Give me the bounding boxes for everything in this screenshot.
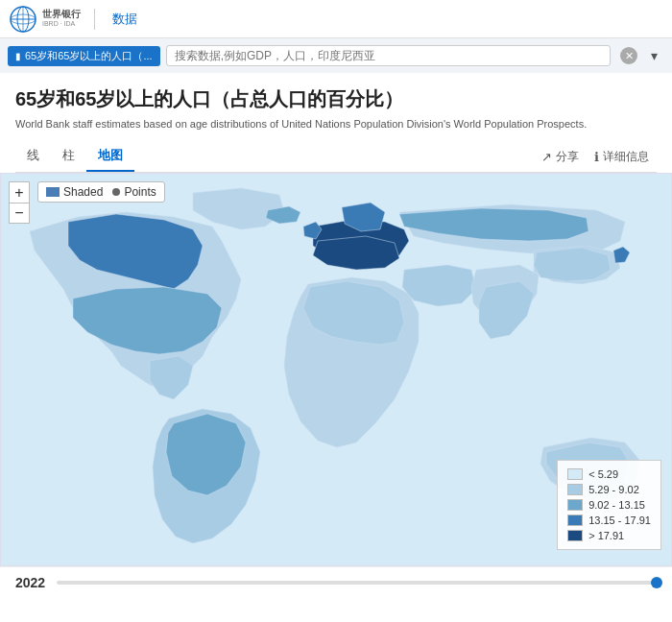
legend-color-5 [567, 530, 583, 541]
tab-bar[interactable]: 柱 [51, 141, 86, 172]
shaded-icon [46, 187, 60, 197]
search-input-area[interactable] [166, 45, 611, 66]
legend-range-3: 9.02 - 13.15 [588, 499, 645, 511]
legend-item-5: > 17.91 [567, 530, 651, 541]
tab-row: 线 柱 地图 ↗ 分享 ℹ 详细信息 [15, 141, 657, 173]
detail-label: 详细信息 [603, 149, 649, 165]
tab-map[interactable]: 地图 [86, 141, 134, 172]
map-view-toggle: Shaded Points [37, 181, 165, 203]
detail-button[interactable]: ℹ 详细信息 [587, 145, 657, 169]
search-input[interactable] [175, 49, 602, 62]
timeline-thumb[interactable] [651, 577, 662, 588]
page-title: 65岁和65岁以上的人口（占总人口的百分比） [15, 86, 657, 111]
legend-color-4 [567, 514, 583, 526]
header: 世界银行 IBRD · IDA 数据 [0, 0, 672, 38]
search-dropdown-arrow[interactable]: ▾ [643, 45, 664, 66]
map-container[interactable]: + − Shaded Points < 5.29 5.29 - 9.02 9.0… [0, 173, 672, 566]
year-label: 2022 [15, 575, 45, 590]
main-content: 65岁和65岁以上的人口（占总人口的百分比） World Bank staff … [0, 73, 672, 173]
legend-range-5: > 17.91 [588, 530, 624, 541]
timeline-slider[interactable] [57, 581, 657, 585]
legend-item-4: 13.15 - 17.91 [567, 514, 651, 526]
legend-range-4: 13.15 - 17.91 [588, 514, 651, 526]
tab-line[interactable]: 线 [15, 141, 51, 172]
points-label: Points [124, 185, 156, 199]
globe-icon [10, 6, 36, 33]
zoom-in-button[interactable]: + [9, 181, 30, 203]
legend-color-1 [567, 468, 583, 480]
search-close-button[interactable]: ✕ [620, 47, 637, 64]
nav-data[interactable]: 数据 [108, 11, 141, 28]
logo-text: 世界银行 IBRD · IDA [42, 9, 81, 28]
search-bar: ▮ 65岁和65岁以上的人口（... ✕ ▾ [0, 38, 672, 73]
logo-area: 世界银行 IBRD · IDA [10, 6, 81, 33]
share-label: 分享 [556, 149, 579, 165]
info-icon: ℹ [594, 150, 599, 164]
legend-item-1: < 5.29 [567, 468, 651, 480]
header-divider [94, 9, 95, 30]
legend-item-2: 5.29 - 9.02 [567, 484, 651, 495]
map-legend: < 5.29 5.29 - 9.02 9.02 - 13.15 13.15 - … [557, 460, 661, 550]
shaded-label: Shaded [63, 185, 103, 199]
bottom-bar: 2022 [0, 566, 672, 598]
page-subtitle: World Bank staff estimates based on age … [15, 117, 657, 132]
bar-chart-icon: ▮ [15, 51, 21, 61]
zoom-out-button[interactable]: − [9, 203, 30, 224]
map-controls: + − [9, 181, 30, 224]
shaded-toggle[interactable]: Shaded [46, 185, 103, 199]
points-dot-icon [112, 188, 120, 196]
legend-item-3: 9.02 - 13.15 [567, 499, 651, 511]
points-toggle[interactable]: Points [112, 185, 156, 199]
share-icon: ↗ [541, 150, 552, 164]
search-tab-label: 65岁和65岁以上的人口（... [25, 49, 153, 63]
share-button[interactable]: ↗ 分享 [534, 145, 587, 169]
legend-color-2 [567, 484, 583, 495]
search-tab-active[interactable]: ▮ 65岁和65岁以上的人口（... [8, 46, 160, 66]
legend-color-3 [567, 499, 583, 511]
legend-range-2: 5.29 - 9.02 [588, 484, 639, 495]
legend-range-1: < 5.29 [588, 468, 618, 480]
